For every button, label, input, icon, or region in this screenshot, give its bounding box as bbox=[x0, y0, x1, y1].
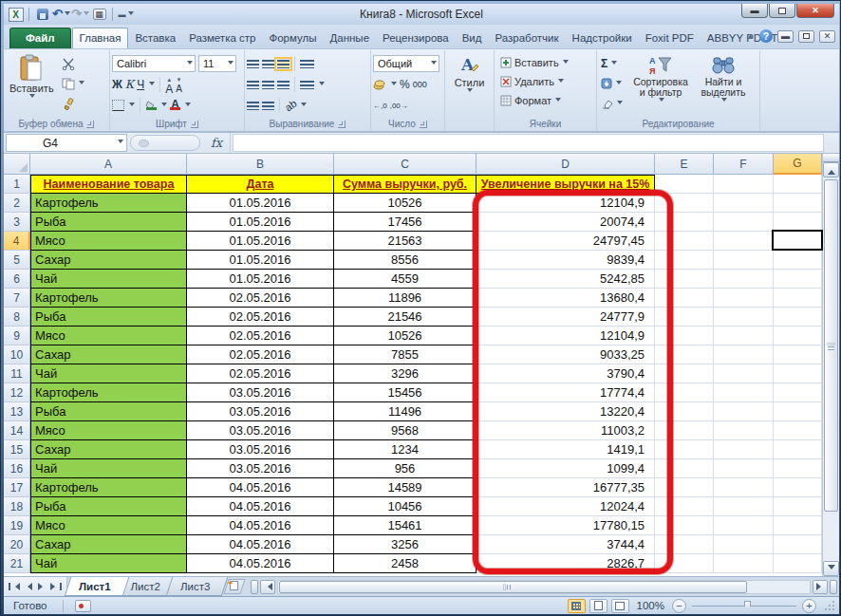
empty-cell[interactable] bbox=[714, 421, 774, 440]
shrink-font-button[interactable]: ▼А bbox=[176, 75, 182, 94]
empty-cell[interactable] bbox=[774, 516, 822, 535]
column-header-e[interactable]: E bbox=[655, 154, 714, 175]
date-cell[interactable]: 03.05.2016 bbox=[187, 402, 334, 421]
ribbon-tab[interactable]: Foxit PDF bbox=[639, 28, 701, 48]
empty-cell[interactable] bbox=[714, 535, 774, 554]
row-number[interactable]: 11 bbox=[4, 364, 30, 383]
revenue-cell[interactable]: 2458 bbox=[334, 554, 477, 573]
row-number[interactable]: 7 bbox=[4, 289, 30, 308]
empty-cell[interactable] bbox=[714, 270, 774, 289]
product-cell[interactable]: Картофель bbox=[30, 478, 187, 497]
name-box[interactable]: G4 bbox=[6, 134, 127, 152]
paste-button[interactable]: Вставить bbox=[6, 52, 58, 117]
empty-cell[interactable] bbox=[714, 213, 774, 232]
cut-button[interactable] bbox=[60, 55, 86, 72]
row-number[interactable]: 3 bbox=[4, 213, 30, 232]
date-cell[interactable]: 02.05.2016 bbox=[187, 327, 334, 345]
clipboard-dialog-launcher-icon[interactable] bbox=[86, 121, 94, 128]
date-cell[interactable]: 01.05.2016 bbox=[187, 251, 334, 270]
revenue-cell[interactable]: 17456 bbox=[334, 213, 477, 232]
header-cell-date[interactable]: Дата bbox=[187, 175, 334, 194]
empty-cell[interactable] bbox=[774, 478, 822, 497]
date-cell[interactable]: 02.05.2016 bbox=[187, 289, 334, 308]
page-break-view-button[interactable] bbox=[611, 599, 629, 613]
insert-function-button[interactable]: fx bbox=[203, 133, 231, 153]
percent-style-button[interactable]: % bbox=[400, 78, 410, 91]
fill-button[interactable] bbox=[599, 75, 627, 92]
empty-cell[interactable] bbox=[714, 345, 774, 364]
wrap-text-icon[interactable] bbox=[300, 60, 314, 68]
row-number[interactable]: 15 bbox=[4, 440, 30, 459]
horizontal-scroll-thumb[interactable] bbox=[279, 581, 746, 593]
scroll-down-arrow[interactable] bbox=[823, 561, 839, 576]
product-cell[interactable]: Сахар bbox=[30, 535, 187, 554]
revenue-cell[interactable]: 7855 bbox=[334, 345, 477, 364]
empty-cell[interactable] bbox=[774, 213, 822, 232]
empty-cell[interactable] bbox=[714, 440, 774, 459]
revenue-cell[interactable]: 8556 bbox=[334, 251, 477, 270]
sheet-tab[interactable]: Лист3 bbox=[169, 577, 225, 596]
borders-button[interactable] bbox=[112, 100, 124, 111]
ribbon-tab[interactable]: Вид bbox=[456, 28, 489, 48]
revenue-cell[interactable]: 14589 bbox=[334, 478, 477, 497]
ribbon-tab[interactable]: Вставка bbox=[128, 28, 182, 48]
active-cell-G4[interactable] bbox=[772, 230, 823, 251]
product-cell[interactable]: Рыба bbox=[30, 497, 187, 516]
revenue-cell[interactable]: 15461 bbox=[334, 516, 477, 535]
fill-color-button[interactable] bbox=[145, 101, 157, 110]
expand-formula-bar-icon[interactable] bbox=[826, 133, 839, 153]
empty-cell[interactable] bbox=[714, 175, 774, 194]
zoom-slider[interactable] bbox=[692, 606, 796, 607]
empty-cell[interactable] bbox=[774, 327, 822, 345]
scroll-right-arrow[interactable] bbox=[813, 580, 828, 594]
align-bottom-icon[interactable] bbox=[277, 60, 290, 68]
date-cell[interactable]: 03.05.2016 bbox=[187, 421, 334, 440]
borders-caret[interactable] bbox=[129, 103, 135, 109]
resize-grip[interactable] bbox=[824, 600, 835, 611]
product-cell[interactable]: Рыба bbox=[30, 308, 187, 327]
product-cell[interactable]: Рыба bbox=[30, 213, 187, 232]
tab-file[interactable]: Файл bbox=[9, 28, 71, 48]
fill-color-caret[interactable] bbox=[161, 103, 167, 109]
row-number[interactable]: 4 bbox=[4, 232, 30, 251]
scroll-up-arrow[interactable] bbox=[823, 162, 839, 177]
empty-cell[interactable] bbox=[714, 194, 774, 213]
orientation-icon[interactable]: ab bbox=[283, 98, 299, 114]
row-number[interactable]: 8 bbox=[4, 308, 30, 327]
vertical-scroll-thumb[interactable] bbox=[824, 179, 838, 512]
revenue-cell[interactable]: 10526 bbox=[334, 194, 477, 213]
empty-cell[interactable] bbox=[774, 535, 822, 554]
empty-cell[interactable] bbox=[714, 289, 774, 308]
column-header-c[interactable]: C bbox=[334, 154, 477, 175]
row-number[interactable]: 9 bbox=[4, 327, 30, 345]
styles-button[interactable]: A Стили bbox=[451, 52, 489, 117]
horizontal-scrollbar[interactable] bbox=[249, 577, 839, 596]
date-cell[interactable]: 04.05.2016 bbox=[187, 554, 334, 573]
workbook-close-icon[interactable]: ✕ bbox=[819, 30, 835, 43]
row-number[interactable]: 19 bbox=[4, 516, 30, 535]
empty-cell[interactable] bbox=[714, 554, 774, 573]
date-cell[interactable]: 02.05.2016 bbox=[187, 364, 334, 383]
product-cell[interactable]: Мясо bbox=[30, 327, 187, 345]
find-select-button[interactable]: Найти и выделить bbox=[694, 52, 753, 117]
product-cell[interactable]: Сахар bbox=[30, 440, 187, 459]
tab-split-handle[interactable] bbox=[251, 580, 258, 594]
product-cell[interactable]: Картофель bbox=[30, 194, 187, 213]
scroll-left-arrow[interactable] bbox=[260, 580, 275, 594]
find-select-caret[interactable] bbox=[721, 98, 727, 104]
empty-cell[interactable] bbox=[714, 497, 774, 516]
row-number[interactable]: 21 bbox=[4, 554, 30, 573]
align-left-icon[interactable] bbox=[247, 81, 259, 89]
number-format-combo[interactable]: Общий bbox=[373, 55, 439, 72]
date-cell[interactable]: 03.05.2016 bbox=[187, 440, 334, 459]
empty-cell[interactable] bbox=[774, 251, 822, 270]
empty-cell[interactable] bbox=[774, 383, 822, 402]
align-right-icon[interactable] bbox=[277, 81, 290, 89]
merge-caret[interactable] bbox=[319, 82, 325, 88]
format-cells-button[interactable]: Формат bbox=[498, 92, 594, 109]
product-cell[interactable]: Картофель bbox=[30, 383, 187, 402]
empty-cell[interactable] bbox=[714, 232, 774, 251]
window-minimize-icon[interactable]: ▬ bbox=[777, 30, 794, 43]
product-cell[interactable]: Чай bbox=[30, 364, 187, 383]
page-layout-view-button[interactable] bbox=[589, 599, 607, 613]
